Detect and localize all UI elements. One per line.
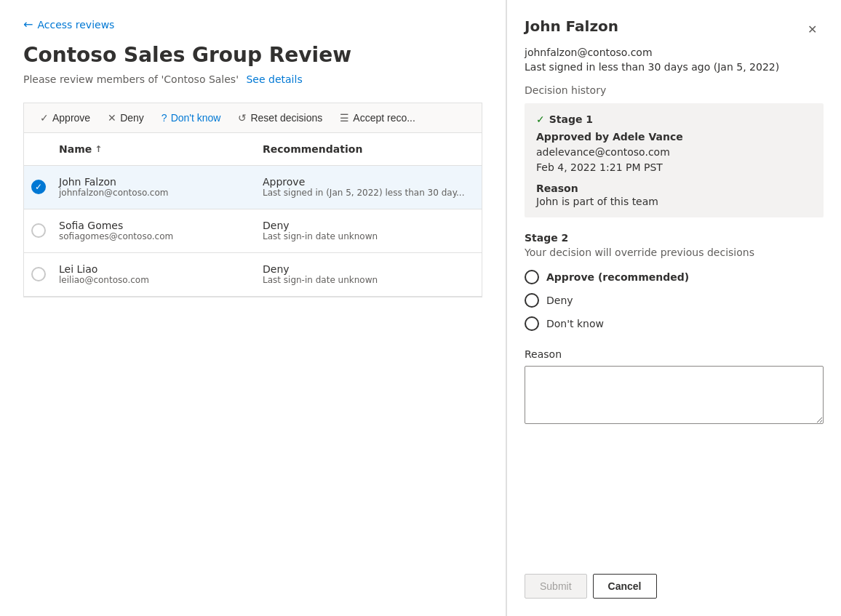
history-reason-label: Reason (536, 183, 812, 194)
history-card: ✓ Stage 1 Approved by Adele Vance adelev… (525, 103, 824, 217)
radio-label-approve: Approve (recommended) (546, 271, 689, 283)
close-button[interactable]: ✕ (800, 17, 824, 41)
row-checkbox[interactable] (24, 261, 53, 287)
recommendation-column-header: Recommendation (257, 140, 482, 158)
accept-recommendations-button[interactable]: ☰ Accept reco... (332, 108, 423, 128)
history-stage: ✓ Stage 1 (536, 113, 812, 125)
history-reason-text: John is part of this team (536, 196, 812, 207)
user-email: sofiagomes@contoso.com (59, 231, 251, 241)
reason-textarea[interactable] (525, 366, 824, 424)
action-toolbar: ✓ Approve ✕ Deny ? Don't know ↺ Reset de… (23, 103, 482, 132)
page-title: Contoso Sales Group Review (23, 43, 482, 68)
question-icon: ? (162, 112, 167, 124)
back-arrow-icon: ← (23, 17, 33, 31)
rec-label: Deny (263, 220, 476, 231)
row-recommendation-cell: Deny Last sign-in date unknown (257, 257, 482, 291)
rec-sub: Last sign-in date unknown (263, 275, 476, 285)
reset-decisions-button[interactable]: ↺ Reset decisions (231, 108, 330, 128)
row-checkbox[interactable] (24, 217, 53, 244)
radio-option-approve[interactable]: Approve (recommended) (525, 270, 824, 284)
table-row[interactable]: Lei Liao leiliao@contoso.com Deny Last s… (24, 253, 482, 297)
user-name: John Falzon (59, 176, 251, 188)
rec-sub: Last sign-in date unknown (263, 231, 476, 241)
x-icon: ✕ (108, 112, 116, 124)
table-row[interactable]: John Falzon johnfalzon@contoso.com Appro… (24, 166, 482, 209)
user-name: Lei Liao (59, 263, 251, 275)
left-panel: ← Access reviews Contoso Sales Group Rev… (0, 0, 506, 616)
row-recommendation-cell: Approve Last signed in (Jan 5, 2022) les… (257, 170, 482, 204)
history-detail: Approved by Adele Vance adelevance@conto… (536, 129, 812, 175)
radio-label-dont-know: Don't know (546, 318, 604, 329)
radio-circle-deny (525, 293, 539, 308)
rec-label: Approve (263, 176, 476, 188)
checkbox-checked (31, 180, 46, 194)
table-header: Name ↑ Recommendation (24, 133, 482, 166)
checkbox-unchecked (31, 223, 46, 238)
user-email: johnfalzon@contoso.com (59, 188, 251, 198)
users-table: Name ↑ Recommendation John Falzon johnfa… (23, 132, 482, 297)
row-checkbox[interactable] (24, 174, 53, 200)
stage-check-icon: ✓ (536, 113, 545, 125)
cancel-button[interactable]: Cancel (593, 574, 657, 599)
radio-option-dont-know[interactable]: Don't know (525, 316, 824, 331)
row-name-cell: Lei Liao leiliao@contoso.com (53, 257, 257, 291)
see-details-link[interactable]: See details (246, 73, 302, 85)
approver-email: adelevance@contoso.com (536, 145, 812, 160)
stage2-label: Stage 2 (525, 232, 824, 244)
reason-label: Reason (525, 348, 824, 360)
rec-sub: Last signed in (Jan 5, 2022) less than 3… (263, 188, 476, 198)
list-check-icon: ☰ (340, 112, 349, 124)
radio-option-deny[interactable]: Deny (525, 293, 824, 308)
table-row[interactable]: Sofia Gomes sofiagomes@contoso.com Deny … (24, 209, 482, 253)
stage-label: Stage 1 (549, 113, 593, 125)
name-column-header: Name ↑ (53, 140, 257, 158)
reset-icon: ↺ (238, 112, 247, 124)
approved-by: Approved by Adele Vance (536, 129, 812, 145)
rec-label: Deny (263, 263, 476, 275)
panel-title: John Falzon (525, 17, 618, 35)
dont-know-button[interactable]: ? Don't know (154, 108, 228, 128)
approval-date: Feb 4, 2022 1:21 PM PST (536, 160, 812, 175)
back-link[interactable]: ← Access reviews (23, 17, 482, 31)
page-subtitle: Please review members of 'Contoso Sales'… (23, 73, 482, 85)
action-buttons: Submit Cancel (525, 574, 824, 599)
row-name-cell: Sofia Gomes sofiagomes@contoso.com (53, 214, 257, 247)
approve-button[interactable]: ✓ Approve (33, 108, 97, 128)
checkmark-icon: ✓ (40, 112, 49, 124)
decision-history-label: Decision history (525, 84, 824, 96)
row-recommendation-cell: Deny Last sign-in date unknown (257, 214, 482, 247)
checkbox-unchecked (31, 267, 46, 281)
radio-circle-approve (525, 270, 539, 284)
reason-section: Reason (525, 348, 824, 426)
stage2-note: Your decision will override previous dec… (525, 247, 824, 258)
panel-header: John Falzon ✕ (525, 17, 824, 41)
sort-icon: ↑ (95, 144, 102, 154)
panel-last-signed: Last signed in less than 30 days ago (Ja… (525, 61, 824, 73)
user-name: Sofia Gomes (59, 220, 251, 231)
submit-button[interactable]: Submit (525, 574, 587, 599)
user-email: leiliao@contoso.com (59, 275, 251, 285)
deny-button[interactable]: ✕ Deny (100, 108, 151, 128)
back-link-label: Access reviews (37, 19, 114, 31)
radio-circle-dont-know (525, 316, 539, 331)
panel-user-email: johnfalzon@contoso.com (525, 47, 824, 58)
decision-radio-group: Approve (recommended) Deny Don't know (525, 270, 824, 331)
row-name-cell: John Falzon johnfalzon@contoso.com (53, 170, 257, 204)
radio-label-deny: Deny (546, 295, 573, 306)
detail-panel: John Falzon ✕ johnfalzon@contoso.com Las… (506, 0, 841, 616)
